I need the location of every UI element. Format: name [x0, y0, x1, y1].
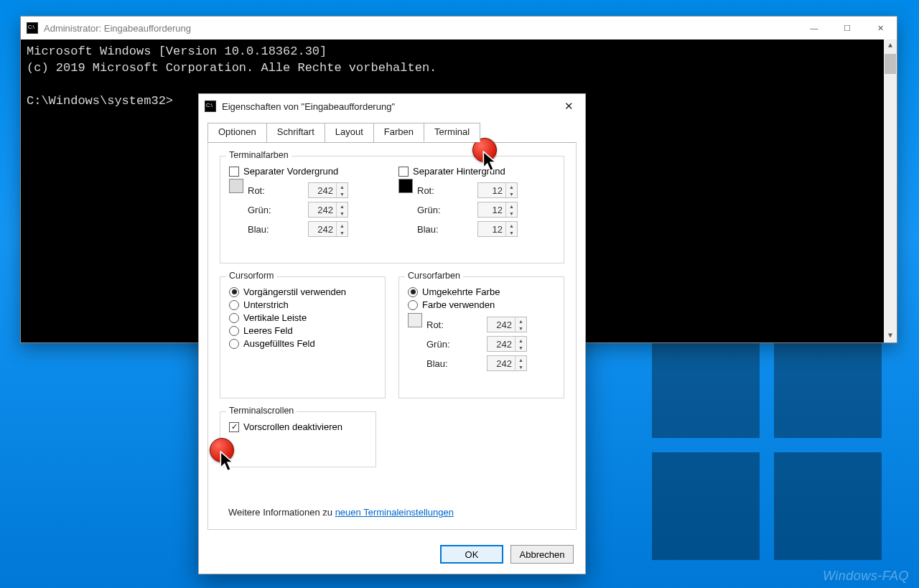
tab-options[interactable]: Optionen	[207, 123, 267, 142]
more-info-link[interactable]: neuen Terminaleinstellungen	[335, 507, 454, 518]
spin-down-icon[interactable]: ▼	[506, 210, 517, 217]
group-terminal-scroll: Terminalscrollen ✓ Vorscrollen deaktivie…	[220, 411, 376, 467]
label-inverse-color: Umgekehrte Farbe	[422, 286, 500, 297]
minimize-button[interactable]: —	[798, 17, 831, 39]
bg-green-stepper[interactable]: ▲▼	[477, 202, 518, 218]
spin-up-icon[interactable]: ▲	[516, 317, 526, 325]
bg-block: Separater Hintergrund Rot: ▲▼ Grün: ▲▼ B…	[398, 164, 555, 241]
tab-font[interactable]: Schriftart	[266, 123, 325, 142]
label-legacy-cursor: Vorgängerstil verwenden	[243, 286, 346, 297]
ok-button[interactable]: OK	[440, 545, 503, 564]
more-info: Weitere Informationen zu neuen Terminale…	[228, 507, 454, 518]
label-separate-bg: Separater Hintergrund	[413, 166, 505, 177]
spin-up-icon[interactable]: ▲	[516, 356, 526, 363]
dialog-close-button[interactable]: ✕	[552, 95, 585, 117]
label-bg-blue: Blau:	[417, 224, 439, 235]
spin-down-icon[interactable]: ▼	[516, 325, 526, 332]
label-fg-red: Rot:	[248, 185, 265, 196]
legend-cursor-shape: Cursorform	[226, 271, 277, 281]
spin-up-icon[interactable]: ▲	[506, 202, 517, 210]
legend-cursor-colors: Cursorfarben	[405, 271, 463, 281]
spin-down-icon[interactable]: ▼	[506, 190, 517, 197]
label-solid-box: Ausgefülltes Feld	[243, 338, 315, 349]
radio-legacy-cursor[interactable]	[229, 287, 239, 297]
label-bg-green: Grün:	[417, 205, 441, 215]
fg-color-swatch[interactable]	[229, 179, 243, 193]
close-button[interactable]: ✕	[864, 17, 897, 39]
maximize-button[interactable]: ☐	[831, 17, 864, 39]
svg-rect-3	[774, 452, 882, 560]
spin-up-icon[interactable]: ▲	[506, 222, 517, 229]
bg-blue-stepper[interactable]: ▲▼	[477, 221, 518, 237]
dialog-cmd-icon	[205, 101, 216, 112]
svg-rect-0	[652, 330, 760, 438]
cursor-blue-stepper[interactable]: ▲▼	[487, 355, 527, 371]
checkbox-separate-fg[interactable]	[229, 167, 239, 177]
radio-vertical-bar[interactable]	[229, 313, 239, 323]
fg-block: Separater Vordergrund Rot: ▲▼ Grün: ▲▼ B…	[229, 164, 386, 241]
radio-use-color[interactable]	[408, 300, 418, 310]
fg-red-stepper[interactable]: ▲▼	[308, 182, 348, 198]
window-controls: — ☐ ✕	[798, 17, 897, 39]
radio-inverse-color[interactable]	[408, 287, 418, 297]
label-disable-scroll-forward: Vorscrollen deaktivieren	[243, 421, 342, 432]
label-separate-fg: Separater Vordergrund	[243, 166, 338, 177]
dialog-title: Eigenschaften von "Eingabeaufforderung"	[222, 101, 395, 112]
radio-empty-box[interactable]	[229, 326, 239, 336]
spin-up-icon[interactable]: ▲	[337, 183, 347, 190]
spin-down-icon[interactable]: ▼	[516, 344, 526, 351]
spin-down-icon[interactable]: ▼	[506, 229, 517, 236]
spin-down-icon[interactable]: ▼	[516, 363, 526, 370]
svg-rect-1	[774, 330, 882, 438]
radio-solid-box[interactable]	[229, 339, 239, 349]
checkbox-separate-bg[interactable]	[398, 167, 409, 177]
legend-terminal-colors: Terminalfarben	[226, 150, 291, 160]
bg-red-stepper[interactable]: ▲▼	[477, 182, 518, 198]
cmd-line-1: Microsoft Windows [Version 10.0.18362.30…	[27, 45, 327, 58]
spin-up-icon[interactable]: ▲	[337, 202, 347, 210]
cursor-color-swatch[interactable]	[408, 313, 422, 327]
tab-terminal[interactable]: Terminal	[424, 123, 480, 142]
bg-color-swatch[interactable]	[398, 179, 413, 193]
label-empty-box: Leeres Feld	[243, 325, 293, 336]
spin-up-icon[interactable]: ▲	[516, 337, 526, 344]
label-fg-green: Grün:	[248, 205, 271, 215]
cancel-button[interactable]: Abbrechen	[510, 545, 574, 564]
spin-down-icon[interactable]: ▼	[337, 190, 347, 197]
watermark: Windows-FAQ	[823, 569, 909, 584]
legend-terminal-scroll: Terminalscrollen	[226, 406, 297, 416]
label-vertical-bar: Vertikale Leiste	[243, 312, 307, 323]
group-terminal-colors: Terminalfarben Separater Vordergrund Rot…	[220, 156, 564, 263]
cursor-green-stepper[interactable]: ▲▼	[487, 336, 527, 352]
spin-up-icon[interactable]: ▲	[337, 222, 347, 229]
more-info-prefix: Weitere Informationen zu	[228, 507, 335, 518]
group-cursor-colors: Cursorfarben Umgekehrte Farbe Farbe verw…	[398, 276, 564, 398]
dialog-titlebar[interactable]: Eigenschaften von "Eingabeaufforderung" …	[199, 94, 585, 118]
label-underscore: Unterstrich	[243, 299, 289, 310]
cmd-line-2: (c) 2019 Microsoft Corporation. Alle Rec…	[27, 61, 437, 75]
svg-rect-2	[652, 452, 760, 560]
cmd-titlebar[interactable]: Administrator: Eingabeaufforderung — ☐ ✕	[21, 17, 897, 39]
group-cursor-shape: Cursorform Vorgängerstil verwenden Unter…	[220, 276, 386, 398]
label-use-color: Farbe verwenden	[422, 299, 495, 310]
cmd-prompt: C:\Windows\system32>	[27, 94, 173, 108]
scroll-down-icon[interactable]: ▼	[884, 330, 897, 342]
spin-down-icon[interactable]: ▼	[337, 229, 347, 236]
fg-green-stepper[interactable]: ▲▼	[308, 202, 348, 218]
radio-underscore[interactable]	[229, 300, 239, 310]
fg-blue-stepper[interactable]: ▲▼	[308, 221, 348, 237]
scroll-up-icon[interactable]: ▲	[884, 39, 897, 52]
label-cursor-red: Rot:	[426, 319, 444, 330]
cmd-title: Administrator: Eingabeaufforderung	[44, 23, 191, 34]
scroll-thumb[interactable]	[885, 54, 896, 74]
cursor-red-stepper[interactable]: ▲▼	[487, 317, 527, 332]
tab-colors[interactable]: Farben	[373, 123, 424, 142]
spin-up-icon[interactable]: ▲	[506, 183, 517, 190]
cmd-scrollbar[interactable]: ▲ ▼	[884, 39, 897, 342]
spin-down-icon[interactable]: ▼	[337, 210, 347, 217]
cmd-icon	[27, 22, 38, 34]
windows-logo	[652, 330, 882, 560]
tab-layout[interactable]: Layout	[325, 123, 374, 142]
checkbox-disable-scroll-forward[interactable]: ✓	[229, 422, 239, 432]
dialog-buttons: OK Abbrechen	[440, 545, 574, 564]
